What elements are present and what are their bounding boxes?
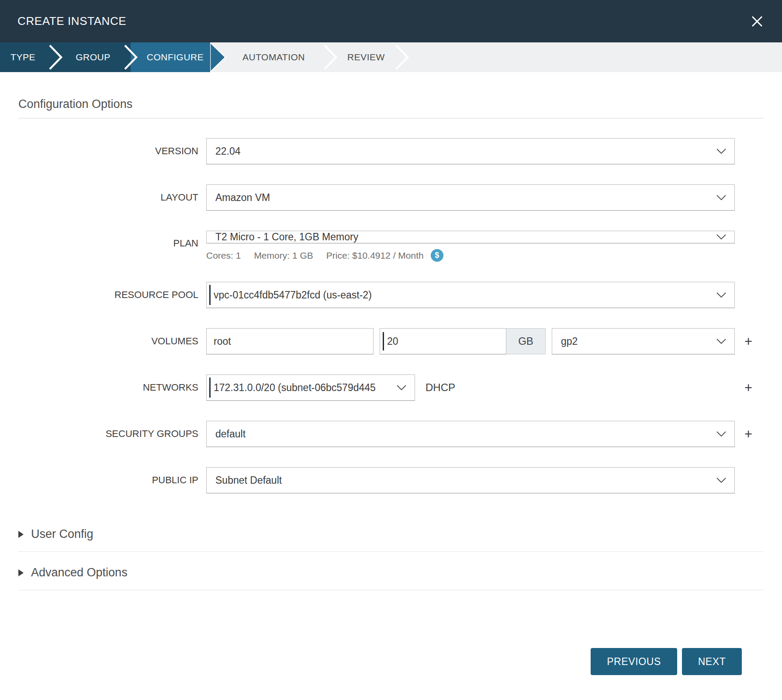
chevron-down-icon [396, 385, 407, 391]
step-review-label: REVIEW [347, 52, 385, 62]
network-value: 172.31.0.0/20 (subnet-06bc579d445 [214, 382, 376, 394]
volumes-row: VOLUMES root 20 GB gp2 + [18, 328, 764, 354]
version-label: VERSION [18, 146, 198, 157]
step-configure[interactable]: CONFIGURE [140, 42, 210, 72]
chevron-down-icon [716, 234, 727, 240]
advanced-options-section-toggle[interactable]: Advanced Options [18, 552, 764, 590]
add-network-button[interactable]: + [743, 381, 754, 395]
security-groups-label: SECURITY GROUPS [18, 428, 198, 440]
volume-size-unit: GB [506, 328, 546, 354]
dialog-titlebar: CREATE INSTANCE [0, 0, 782, 42]
next-button[interactable]: NEXT [682, 648, 742, 675]
dialog-title: CREATE INSTANCE [17, 14, 126, 28]
section-divider [18, 118, 764, 118]
previous-button[interactable]: PREVIOUS [591, 648, 677, 675]
public-ip-row: PUBLIC IP Subnet Default [18, 467, 764, 493]
step-type[interactable]: TYPE [0, 42, 46, 72]
volumes-label: VOLUMES [18, 336, 198, 347]
plan-label: PLAN [18, 238, 198, 249]
add-volume-button[interactable]: + [743, 335, 754, 348]
plan-select[interactable]: T2 Micro - 1 Core, 1GB Memory [206, 231, 735, 243]
volume-type-select[interactable]: gp2 [552, 328, 735, 354]
version-select[interactable]: 22.04 [206, 138, 735, 164]
resource-pool-label: RESOURCE POOL [18, 289, 198, 301]
stepper-filler [412, 42, 782, 72]
configure-panel: Configuration Options VERSION 22.04 LAYO… [0, 97, 782, 675]
plan-row: PLAN T2 Micro - 1 Core, 1GB Memory Cores… [18, 231, 764, 262]
public-ip-value: Subnet Default [215, 475, 282, 486]
step-separator-chevron-icon [321, 42, 340, 72]
plan-price: Price: $10.4912 / Month [326, 250, 424, 261]
volume-size-value: 20 [387, 336, 398, 347]
networks-label: NETWORKS [18, 382, 198, 393]
wizard-footer: PREVIOUS NEXT [18, 648, 764, 675]
resource-pool-value: vpc-01cc4fdb5477b2fcd (us-east-2) [214, 289, 372, 301]
layout-label: LAYOUT [18, 192, 198, 203]
step-review[interactable]: REVIEW [340, 42, 392, 72]
security-group-select[interactable]: default [206, 421, 735, 447]
layout-select[interactable]: Amazon VM [206, 184, 735, 211]
text-caret [209, 378, 211, 398]
resource-pool-select[interactable]: vpc-01cc4fdb5477b2fcd (us-east-2) [206, 282, 735, 308]
plan-cores: Cores: 1 [206, 250, 241, 261]
plan-details: Cores: 1 Memory: 1 GB Price: $10.4912 / … [206, 249, 735, 262]
close-icon [751, 15, 764, 28]
layout-value: Amazon VM [215, 192, 270, 204]
security-groups-row: SECURITY GROUPS default + [18, 421, 764, 447]
active-step-arrow-icon [210, 42, 227, 72]
step-group[interactable]: GROUP [65, 42, 121, 72]
volume-type-value: gp2 [561, 336, 578, 347]
price-dollar-icon[interactable]: $ [431, 249, 443, 262]
section-title: Configuration Options [18, 97, 764, 111]
expand-triangle-icon [18, 531, 24, 538]
chevron-down-icon [716, 338, 727, 345]
chevron-down-icon [716, 148, 727, 155]
step-separator-chevron-icon [392, 42, 412, 72]
user-config-section-toggle[interactable]: User Config [18, 513, 764, 552]
network-dhcp-label: DHCP [426, 381, 455, 394]
step-configure-label: CONFIGURE [147, 52, 204, 62]
text-caret [383, 332, 384, 350]
public-ip-select[interactable]: Subnet Default [206, 467, 735, 493]
chevron-down-icon [716, 477, 727, 484]
step-separator-chevron-icon [121, 42, 140, 72]
volume-size-input[interactable]: 20 [380, 328, 506, 354]
version-row: VERSION 22.04 [18, 138, 764, 164]
add-security-group-button[interactable]: + [743, 427, 754, 441]
step-group-label: GROUP [76, 52, 111, 62]
network-select[interactable]: 172.31.0.0/20 (subnet-06bc579d445 [206, 374, 415, 401]
text-caret [209, 285, 211, 305]
version-value: 22.04 [215, 146, 241, 157]
volume-name-input[interactable]: root [206, 328, 374, 354]
user-config-title: User Config [31, 527, 93, 541]
chevron-down-icon [716, 431, 727, 437]
plan-value: T2 Micro - 1 Core, 1GB Memory [215, 231, 358, 243]
public-ip-label: PUBLIC IP [18, 475, 198, 486]
step-automation-label: AUTOMATION [242, 52, 305, 62]
expand-triangle-icon [18, 569, 24, 576]
step-type-label: TYPE [10, 52, 35, 62]
layout-row: LAYOUT Amazon VM [18, 184, 764, 211]
volume-name-value: root [214, 336, 231, 347]
resource-pool-row: RESOURCE POOL vpc-01cc4fdb5477b2fcd (us-… [18, 282, 764, 308]
step-automation[interactable]: AUTOMATION [227, 42, 321, 72]
advanced-options-title: Advanced Options [31, 566, 128, 579]
chevron-down-icon [716, 292, 727, 298]
chevron-down-icon [716, 194, 727, 201]
close-button[interactable] [750, 14, 765, 29]
configuration-form: VERSION 22.04 LAYOUT Amazon VM PLAN [18, 138, 764, 493]
networks-row: NETWORKS 172.31.0.0/20 (subnet-06bc579d4… [18, 374, 764, 401]
plan-memory: Memory: 1 GB [254, 250, 313, 261]
step-separator-chevron-icon [46, 42, 65, 72]
wizard-stepper: TYPE GROUP CONFIGURE AUTOMATION REVIEW [0, 42, 782, 72]
security-group-value: default [215, 428, 246, 440]
